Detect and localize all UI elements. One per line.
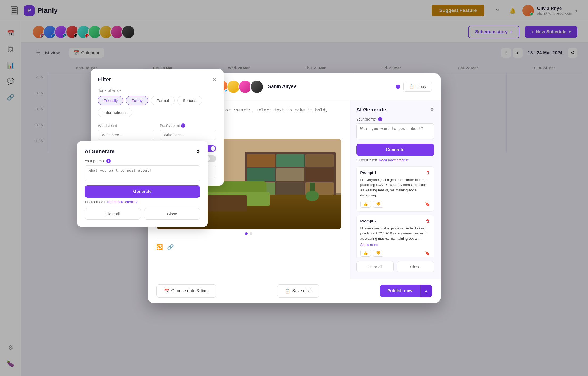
- ai-panel-right-footer: Clear all Close: [356, 261, 434, 272]
- copy-icon: 📋: [409, 84, 414, 89]
- dot-1[interactable]: [245, 232, 248, 235]
- ai-panel-left-header: AI Generate ⚙: [85, 148, 200, 155]
- word-count-col: Word count: [98, 123, 154, 140]
- tone-label: Tone of voice: [98, 88, 216, 93]
- show-more-container: Show more: [360, 242, 430, 247]
- prompt-1-footer: 👍 👎 🔖: [360, 201, 430, 208]
- tone-funny[interactable]: Funny: [126, 96, 148, 105]
- need-credits-link-left[interactable]: Need more credits?: [107, 200, 137, 204]
- save-draft-label: Save draft: [292, 288, 312, 293]
- image-dots: [156, 232, 341, 235]
- credits-text-left: 11 credits left. Need more credits?: [85, 200, 200, 204]
- room-table: [204, 195, 247, 211]
- prompt-input-left[interactable]: [85, 165, 200, 181]
- tone-formal[interactable]: Formal: [151, 96, 175, 105]
- prompt-info-icon-left: i: [106, 159, 111, 163]
- posts-count-label: Post's count i: [160, 123, 216, 128]
- ai-panel-left: AI Generate ⚙ Your prompt i Generate 11 …: [77, 141, 208, 227]
- choose-date-button[interactable]: 📅 Choose date & time: [156, 284, 217, 298]
- posts-count-info-icon: i: [181, 123, 185, 128]
- copy-label: Copy: [416, 84, 426, 89]
- thumbs-up-2[interactable]: 👍: [360, 250, 371, 257]
- credits-text-right: 11 credits left. Need more credits?: [356, 158, 434, 162]
- your-prompt-label-right: Your prompt i: [356, 117, 434, 121]
- filter-header: Filter ×: [98, 77, 216, 83]
- filter-title: Filter: [98, 77, 111, 83]
- draft-icon: 📋: [285, 288, 290, 294]
- prompt-card-2-header: Prompt 2 🗑: [360, 219, 430, 224]
- posts-count-col: Post's count i: [160, 123, 216, 140]
- publish-button[interactable]: Publish now: [380, 285, 420, 297]
- info-indicator: i: [396, 85, 400, 89]
- need-credits-link-right[interactable]: Need more credits?: [379, 158, 409, 162]
- generate-button-right[interactable]: Generate: [356, 144, 434, 156]
- ai-panel-right: AI Generate ⚙ Your prompt i Generate 11 …: [356, 107, 434, 272]
- info-icon: i: [396, 85, 400, 89]
- ai-panel-left-footer: Clear all Close: [85, 208, 200, 220]
- ai-panel-left-title: AI Generate: [85, 148, 114, 155]
- ai-panel-right-title: AI Generate: [356, 107, 386, 113]
- ai-panel-left-settings-button[interactable]: ⚙: [196, 149, 200, 155]
- ai-panel-right-header: AI Generate ⚙: [356, 107, 434, 113]
- tone-friendly[interactable]: Friendly: [98, 96, 123, 105]
- post-toolbar: 🔁 🔗: [156, 239, 341, 250]
- calendar-icon-small: 📅: [164, 288, 169, 294]
- tone-grid: Friendly Funny Formal Serious Informatio…: [98, 96, 216, 117]
- modal-footer: 📅 Choose date & time 📋 Save draft Publis…: [148, 279, 441, 303]
- publish-group: Publish now ∧: [380, 285, 432, 297]
- show-more-link[interactable]: Show more: [360, 243, 378, 247]
- word-count-input[interactable]: [98, 130, 154, 140]
- clear-all-button-left[interactable]: Clear all: [85, 208, 141, 220]
- prompt-1-text: Hi everyone, just a gentle reminder to k…: [360, 177, 430, 198]
- modal-avatar-8: [250, 80, 264, 94]
- bookmark-1[interactable]: 🔖: [425, 201, 430, 206]
- delete-prompt-2-button[interactable]: 🗑: [426, 219, 430, 224]
- prompt-2-text: Hi everyone, just a gentle reminder to k…: [360, 226, 430, 241]
- thumbs-down-2[interactable]: 👎: [373, 250, 383, 257]
- delete-prompt-1-button[interactable]: 🗑: [426, 170, 430, 175]
- prompt-2-footer: 👍 👎 🔖: [360, 250, 430, 257]
- link-icon[interactable]: 🔗: [167, 244, 174, 250]
- ai-settings-button[interactable]: ⚙: [430, 107, 434, 113]
- save-draft-button[interactable]: 📋 Save draft: [277, 284, 319, 298]
- bookmark-2[interactable]: 🔖: [425, 251, 430, 256]
- tone-serious[interactable]: Serious: [177, 96, 202, 105]
- word-count-label: Word count: [98, 123, 154, 128]
- prompt-card-2: Prompt 2 🗑 Hi everyone, just a gentle re…: [356, 215, 434, 257]
- clear-all-button-right[interactable]: Clear all: [356, 261, 394, 272]
- prompt-input-right[interactable]: [356, 123, 434, 139]
- modal-author: Sahin Aliyev: [268, 84, 296, 89]
- generate-button-left[interactable]: Generate: [85, 185, 200, 198]
- prompt-card-1: Prompt 1 🗑 Hi everyone, just a gentle re…: [356, 166, 434, 212]
- prompt-info-icon: i: [378, 117, 382, 121]
- close-button-right[interactable]: Close: [397, 261, 434, 272]
- choose-date-label: Choose date & time: [171, 288, 209, 293]
- loop-icon[interactable]: 🔁: [156, 244, 163, 250]
- publish-chevron-button[interactable]: ∧: [420, 285, 432, 297]
- vote-buttons-2: 👍 👎: [360, 250, 383, 257]
- prompts-list: Prompt 1 🗑 Hi everyone, just a gentle re…: [356, 166, 434, 257]
- thumbs-up-1[interactable]: 👍: [360, 201, 371, 208]
- posts-count-input[interactable]: [160, 130, 216, 140]
- prompt-card-1-header: Prompt 1 🗑: [360, 170, 430, 175]
- modal-right: AI Generate ⚙ Your prompt i Generate 11 …: [350, 100, 441, 279]
- your-prompt-label-left: Your prompt i: [85, 159, 200, 163]
- filter-close-button[interactable]: ×: [213, 77, 216, 83]
- thumbs-down-1[interactable]: 👎: [373, 201, 383, 208]
- tone-informational[interactable]: Informational: [98, 108, 132, 117]
- copy-button[interactable]: 📋 Copy: [403, 82, 432, 92]
- close-button-left[interactable]: Close: [144, 208, 200, 220]
- room-plant: [306, 183, 319, 206]
- prompt-2-title: Prompt 2: [360, 219, 377, 223]
- prompt-1-title: Prompt 1: [360, 171, 377, 175]
- filter-count-row: Word count Post's count i: [98, 123, 216, 140]
- dot-2[interactable]: [250, 232, 252, 235]
- vote-buttons-1: 👍 👎: [360, 201, 383, 208]
